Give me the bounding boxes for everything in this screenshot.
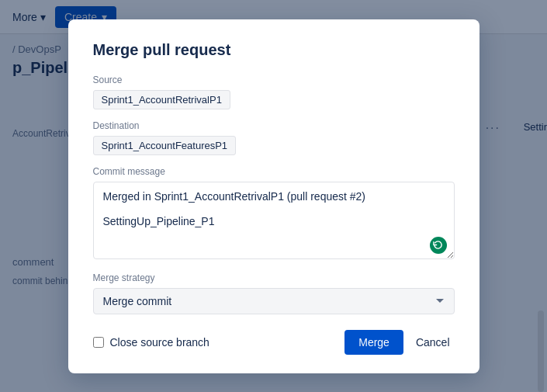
merge-pull-request-modal: Merge pull request Source Sprint1_Accoun… [68, 19, 479, 373]
modal-title: Merge pull request [93, 41, 455, 59]
cancel-button[interactable]: Cancel [411, 330, 455, 355]
modal-footer: Close source branch Merge Cancel [93, 330, 455, 355]
refresh-icon[interactable] [430, 237, 447, 254]
close-source-branch-checkbox-label[interactable]: Close source branch [93, 336, 209, 349]
source-label: Source [93, 75, 455, 85]
merge-strategy-label: Merge strategy [93, 272, 455, 283]
destination-tag: Sprint1_AccountFeaturesP1 [93, 136, 237, 155]
merge-strategy-select[interactable]: Merge commit Squash Fast-forward [93, 288, 455, 314]
modal-overlay: Merge pull request Source Sprint1_Accoun… [0, 0, 547, 392]
footer-buttons: Merge Cancel [344, 330, 454, 355]
close-source-branch-checkbox[interactable] [93, 337, 104, 348]
destination-field-group: Destination Sprint1_AccountFeaturesP1 [93, 120, 455, 155]
commit-message-wrapper [93, 182, 455, 262]
source-field-group: Source Sprint1_AccountRetrivalP1 [93, 75, 455, 109]
commit-message-input[interactable] [93, 182, 455, 259]
merge-button[interactable]: Merge [344, 330, 403, 355]
source-tag: Sprint1_AccountRetrivalP1 [93, 90, 230, 109]
commit-message-field-group: Commit message [93, 166, 455, 262]
commit-message-label: Commit message [93, 166, 455, 177]
close-source-branch-label: Close source branch [110, 336, 209, 349]
merge-strategy-field-group: Merge strategy Merge commit Squash Fast-… [93, 272, 455, 314]
destination-label: Destination [93, 120, 455, 131]
